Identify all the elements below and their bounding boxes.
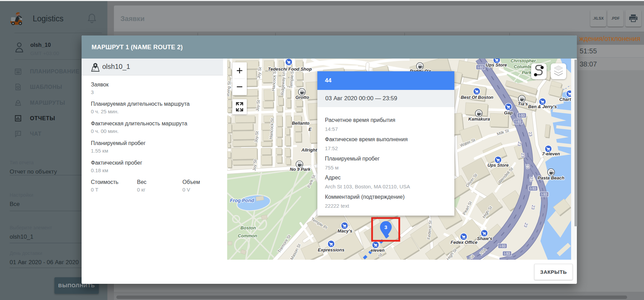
- svg-text:Pasta Beach: Pasta Beach: [538, 175, 564, 180]
- svg-text:Ups Store: Ups Store: [487, 163, 508, 168]
- svg-text:Common: Common: [238, 233, 257, 238]
- svg-text:I-93: I-93: [515, 120, 521, 124]
- svg-text:I-93: I-93: [541, 193, 547, 196]
- svg-text:Chart: Chart: [559, 97, 571, 102]
- svg-text:I-93: I-93: [477, 65, 484, 69]
- svg-text:Bellanto: Bellanto: [292, 121, 309, 126]
- svg-text:23: 23: [529, 177, 534, 182]
- svg-text:Frog Pond: Frog Pond: [230, 198, 254, 203]
- svg-text:Fedex Office: Fedex Office: [451, 240, 477, 245]
- svg-text:I-93: I-93: [499, 244, 506, 248]
- svg-text:Grotto: Grotto: [295, 95, 309, 100]
- svg-text:E: E: [308, 127, 312, 132]
- svg-text:eleven: eleven: [371, 248, 385, 253]
- svg-text:Tia's: Tia's: [518, 101, 528, 106]
- svg-text:Kamakura: Kamakura: [468, 116, 490, 122]
- svg-text:No 9 Park: No 9 Park: [290, 167, 311, 172]
- svg-text:Allright: Allright: [301, 147, 317, 153]
- svg-text:Boston: Boston: [241, 225, 256, 230]
- svg-text:7-eleven: 7-eleven: [542, 151, 560, 156]
- svg-text:23: 23: [517, 141, 522, 147]
- svg-text:I-93: I-93: [530, 187, 536, 190]
- svg-text:Park: Park: [522, 70, 532, 75]
- svg-text:Best Of Boston: Best Of Boston: [461, 95, 494, 100]
- svg-text:Macy's: Macy's: [338, 228, 352, 234]
- svg-text:Shaw's: Shaw's: [477, 236, 492, 241]
- svg-text:I-93: I-93: [519, 114, 525, 117]
- svg-text:23: 23: [528, 132, 533, 137]
- svg-text:Expressions: Expressions: [318, 247, 344, 252]
- svg-text:Ups Store: Ups Store: [486, 62, 507, 68]
- svg-text:Christopher: Christopher: [510, 59, 536, 63]
- svg-text:Ben & Jerry's: Ben & Jerry's: [528, 104, 557, 109]
- svg-text:23: 23: [530, 205, 536, 210]
- svg-text:Tedeschi Food Shop: Tedeschi Food Shop: [268, 66, 312, 72]
- svg-text:I-93: I-93: [504, 252, 510, 256]
- svg-text:23: 23: [525, 164, 530, 169]
- svg-text:23: 23: [520, 153, 525, 158]
- svg-text:3: 3: [384, 224, 387, 230]
